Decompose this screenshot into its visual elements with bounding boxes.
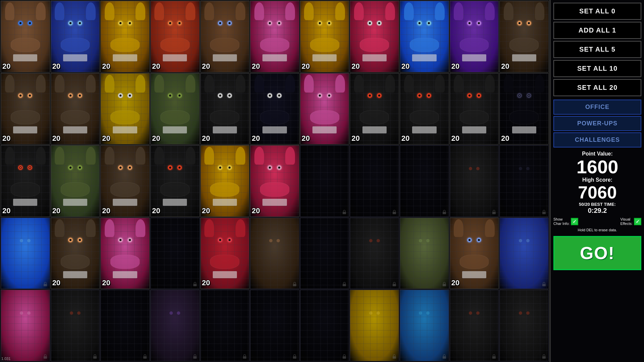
char-cell-nightmare-mangle[interactable]: 20 [250, 145, 299, 217]
char-cell-nightmare-chica[interactable]: 20 [200, 145, 250, 217]
char-cell-nb3[interactable]: 20 [400, 73, 449, 145]
char-level-circus-baby: 20 [202, 279, 210, 287]
right-panel: SET ALL 0 ADD ALL 1 SET ALL 5 SET ALL 10… [550, 0, 644, 362]
char-cell-jj[interactable]: 20 [450, 1, 499, 72]
char-cell-withered-foxy[interactable]: 20 [499, 1, 549, 72]
char-level-nb2: 20 [351, 134, 359, 143]
svg-rect-18 [343, 356, 346, 359]
char-cell-nb2[interactable]: 20 [350, 73, 399, 145]
char-cell-glamrock-bonnie[interactable] [499, 218, 549, 289]
char-cell-dark3[interactable] [400, 145, 449, 217]
power-ups-button[interactable]: POWER-UPS [553, 116, 641, 131]
char-cell-funtime-foxy[interactable] [1, 290, 50, 361]
char-cell-scrap-baby[interactable] [400, 218, 449, 289]
set-all-20-button[interactable]: SET ALL 20 [553, 79, 641, 96]
checkboxes-row: ShowChar Info: ✓ VisualEffects: ✓ [553, 217, 641, 226]
char-cell-funtime-freddy[interactable]: 20 [300, 73, 349, 145]
char-cell-toy-freddy[interactable]: 20 [200, 1, 250, 72]
char-level-nightmare-mangle: 20 [252, 206, 260, 215]
char-level-nb7: 20 [52, 206, 60, 215]
char-cell-ennard[interactable] [150, 290, 200, 361]
svg-rect-13 [93, 356, 97, 359]
char-cell-nb7[interactable]: 20 [51, 145, 100, 217]
char-cell-golden2[interactable] [350, 290, 399, 361]
go-button[interactable]: GO! [553, 236, 641, 270]
best-time-label: 50/20 BEST TIME: [553, 202, 641, 207]
svg-rect-7 [293, 284, 296, 286]
char-cell-withered-freddy[interactable]: 20 [51, 218, 100, 289]
char-cell-rb7[interactable] [250, 290, 299, 361]
show-char-info-checkbox[interactable]: ✓ [571, 218, 578, 225]
char-level-mangle: 20 [351, 62, 359, 71]
char-cell-rb4[interactable] [300, 218, 349, 289]
char-cell-nightmare-cupcake[interactable] [100, 290, 150, 361]
char-level-withered-freddy: 20 [52, 279, 60, 287]
char-cell-nb10[interactable] [450, 290, 499, 361]
char-cell-nightmare-bonnie[interactable] [51, 290, 100, 361]
show-char-info-label: ShowChar Info: [553, 217, 569, 226]
char-cell-dark5[interactable] [499, 145, 549, 217]
char-level-springtrap: 20 [152, 134, 160, 143]
char-cell-glamrock-freddy[interactable]: 20 [450, 218, 499, 289]
char-cell-rb3[interactable] [250, 218, 299, 289]
best-time: 0:29.2 [553, 207, 641, 215]
char-level-toy-freddy: 20 [202, 62, 210, 71]
svg-rect-1 [393, 212, 396, 214]
char-cell-nb9[interactable]: 20 [150, 145, 200, 217]
char-cell-nb8[interactable]: 20 [100, 145, 150, 217]
version-text: 1.031 [1, 357, 11, 361]
char-level-foxy: 20 [152, 62, 160, 71]
character-grid: 2020202020202020202020202020202020202020… [0, 0, 549, 362]
char-level-puppet: 20 [252, 134, 260, 143]
visual-effects-checkbox[interactable]: ✓ [634, 218, 641, 225]
main-container: 2020202020202020202020202020202020202020… [0, 0, 644, 362]
char-cell-withered-chica[interactable]: 20 [1, 73, 50, 145]
char-cell-funtime-chica[interactable]: 20 [100, 218, 150, 289]
add-all-1-button[interactable]: ADD ALL 1 [553, 22, 641, 39]
char-level-toy-chica: 20 [102, 62, 110, 71]
char-cell-mangle[interactable]: 20 [350, 1, 399, 72]
point-value: 1600 [553, 158, 641, 176]
char-cell-springtrap[interactable]: 20 [150, 73, 200, 145]
char-cell-bb[interactable]: 20 [400, 1, 449, 72]
svg-rect-19 [393, 356, 396, 359]
svg-rect-6 [193, 284, 197, 286]
svg-rect-17 [293, 356, 296, 359]
char-cell-toy-chica[interactable]: 20 [100, 1, 150, 72]
char-cell-toy-bonnie[interactable]: 20 [51, 1, 100, 72]
char-cell-puppet[interactable]: 20 [250, 73, 299, 145]
svg-rect-16 [243, 356, 246, 359]
char-level-nb8: 20 [102, 206, 110, 215]
char-cell-dark1[interactable] [300, 145, 349, 217]
char-cell-shadow-freddy[interactable]: 20 [200, 73, 250, 145]
char-cell-ballpit[interactable] [1, 218, 50, 289]
svg-rect-8 [343, 284, 346, 286]
char-level-chica2: 20 [302, 62, 310, 71]
char-cell-withered-bonnie[interactable]: 20 [51, 73, 100, 145]
char-cell-freddy[interactable]: 20 [1, 1, 50, 72]
char-cell-rb6[interactable] [200, 290, 250, 361]
set-all-5-button[interactable]: SET ALL 5 [553, 41, 641, 58]
char-cell-nb4[interactable]: 20 [450, 73, 499, 145]
char-cell-ballora[interactable]: 20 [250, 1, 299, 72]
char-cell-dark2[interactable] [350, 145, 399, 217]
char-cell-chica2[interactable]: 20 [300, 1, 349, 72]
char-cell-rb5[interactable] [350, 218, 399, 289]
char-cell-rb1[interactable] [150, 218, 200, 289]
char-cell-nb5[interactable]: 20 [499, 73, 549, 145]
char-cell-rb8[interactable] [300, 290, 349, 361]
char-cell-circus-baby[interactable]: 20 [200, 218, 250, 289]
char-level-withered-foxy: 20 [501, 62, 509, 71]
char-cell-dark4[interactable] [450, 145, 499, 217]
char-cell-golden-freddy[interactable]: 20 [100, 73, 150, 145]
set-all-10-button[interactable]: SET ALL 10 [553, 60, 641, 77]
char-cell-foxy[interactable]: 20 [150, 1, 200, 72]
office-button[interactable]: OFFICE [553, 100, 641, 115]
char-cell-nb11[interactable] [499, 290, 549, 361]
char-level-withered-chica: 20 [2, 134, 10, 143]
set-all-0-button[interactable]: SET ALL 0 [553, 3, 641, 20]
char-cell-nb6[interactable]: 20 [1, 145, 50, 217]
svg-rect-9 [393, 284, 396, 286]
char-cell-lolbit[interactable] [400, 290, 449, 361]
challenges-button[interactable]: CHALLENGES [553, 132, 641, 147]
